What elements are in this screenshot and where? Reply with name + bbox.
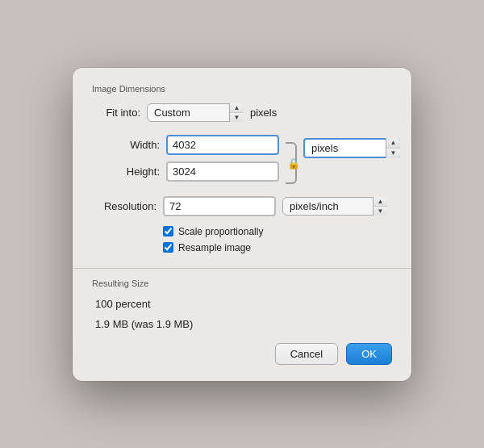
width-row: Width: [95, 135, 279, 155]
lock-bracket-area: 🔒 [286, 136, 297, 190]
divider [73, 268, 411, 269]
resulting-mb: 1.9 MB (was 1.9 MB) [92, 318, 392, 330]
resolution-input[interactable] [163, 196, 276, 216]
cancel-button[interactable]: Cancel [275, 343, 338, 365]
resulting-percent: 100 percent [92, 298, 392, 310]
ok-button[interactable]: OK [346, 343, 392, 365]
resample-image-row: Resample image [163, 242, 392, 253]
lock-icon: 🔒 [287, 157, 300, 169]
resolution-row: Resolution: pixels/inch pixels/cm ▲ ▼ [163, 196, 392, 216]
unit-select-container[interactable]: pixels percent inches cm mm ▲ ▼ [303, 138, 400, 158]
button-row: Cancel OK [92, 343, 392, 365]
height-row: Height: [95, 161, 279, 182]
resample-image-label[interactable]: Resample image [178, 242, 251, 253]
resample-image-checkbox[interactable] [163, 242, 173, 253]
fit-into-select[interactable]: Custom Width & Height Width Height [147, 103, 244, 122]
fit-into-label: Fit into: [92, 107, 140, 119]
resulting-size-label: Resulting Size [92, 278, 392, 288]
unit-select-wrapper[interactable]: pixels percent inches cm mm ▲ ▼ [303, 138, 400, 158]
scale-proportionally-label[interactable]: Scale proportionally [178, 226, 263, 237]
scale-proportionally-row: Scale proportionally [163, 226, 392, 237]
height-label: Height: [95, 165, 160, 178]
resolution-unit-container[interactable]: pixels/inch pixels/cm ▲ ▼ [282, 197, 387, 216]
unit-select[interactable]: pixels percent inches cm mm [303, 138, 400, 158]
resulting-size-section: Resulting Size 100 percent 1.9 MB (was 1… [92, 278, 392, 330]
resolution-unit-select[interactable]: pixels/inch pixels/cm [282, 197, 387, 216]
image-dimensions-dialog: Image Dimensions Fit into: Custom Width … [73, 68, 411, 381]
fit-into-unit: pixels [250, 107, 277, 119]
checkboxes-area: Scale proportionally Resample image [163, 226, 392, 253]
dialog-title: Image Dimensions [92, 84, 392, 94]
fit-into-row: Fit into: Custom Width & Height Width He… [92, 103, 392, 122]
height-input[interactable] [166, 161, 279, 182]
resolution-label: Resolution: [92, 200, 156, 212]
width-label: Width: [95, 139, 160, 151]
scale-proportionally-checkbox[interactable] [163, 226, 173, 237]
width-input[interactable] [166, 135, 279, 155]
fit-into-select-container[interactable]: Custom Width & Height Width Height ▲ ▼ [147, 103, 244, 122]
